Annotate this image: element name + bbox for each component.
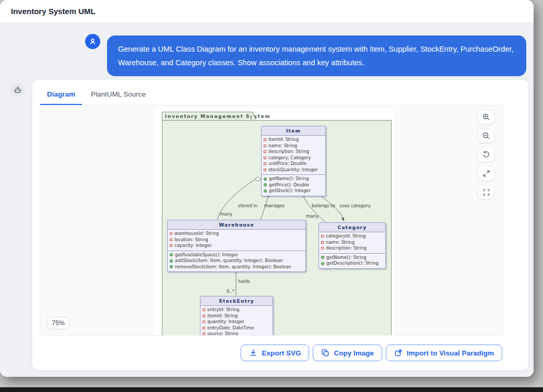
attribute-visibility-icon bbox=[203, 315, 205, 317]
fullscreen-button[interactable] bbox=[478, 185, 494, 199]
title-bar: Inventory System UML bbox=[0, 0, 534, 23]
member-text: name: String bbox=[326, 240, 355, 246]
member-text: location: String bbox=[174, 237, 208, 243]
method-visibility-icon bbox=[170, 265, 173, 268]
class-name: Category bbox=[319, 223, 385, 232]
uml-class-item: ItemitemId: Stringname: Stringdescriptio… bbox=[261, 126, 326, 196]
uml-diagram: Inventory Management System bbox=[161, 111, 394, 336]
import-to-visual-paradigm-button[interactable]: Import to Visual Paradigm bbox=[386, 345, 502, 361]
zoom-in-icon bbox=[482, 113, 490, 121]
user-icon bbox=[88, 37, 97, 46]
attribute-row: stockQuantity: Integer bbox=[264, 167, 323, 173]
uml-diagram-image: Inventory Management System bbox=[154, 108, 394, 336]
zoom-in-button[interactable] bbox=[478, 110, 494, 124]
attribute-row: description: String bbox=[264, 149, 323, 155]
method-row: getName(): String bbox=[264, 176, 323, 182]
avatar bbox=[85, 34, 100, 49]
member-text: unitPrice: Double bbox=[268, 161, 306, 167]
member-text: stockQuantity: Integer bbox=[268, 167, 318, 173]
attribute-row: entryDate: DateTime bbox=[203, 325, 270, 331]
fullscreen-icon bbox=[482, 188, 490, 196]
method-visibility-icon bbox=[321, 262, 324, 265]
member-text: itemId: String bbox=[268, 137, 299, 143]
copy-image-button[interactable]: Copy Image bbox=[313, 345, 382, 361]
method-row: getDescription(): String bbox=[321, 260, 383, 267]
member-text: category: Category bbox=[268, 155, 311, 161]
member-text: quantity: Integer bbox=[207, 319, 244, 325]
class-methods: getAvailableSpace(): IntegeraddStock(ite… bbox=[168, 251, 305, 272]
attribute-row: description: String bbox=[321, 245, 383, 252]
method-row: removeStock(item: Item, quantity: Intege… bbox=[170, 264, 303, 270]
external-link-icon bbox=[394, 349, 403, 357]
method-row: addStock(item: Item, quantity: Integer):… bbox=[170, 258, 303, 264]
member-text: getName(): String bbox=[269, 176, 309, 182]
member-text: capacity: Integer bbox=[174, 243, 211, 249]
attribute-visibility-icon bbox=[264, 150, 266, 153]
attribute-visibility-icon bbox=[264, 169, 266, 171]
attribute-visibility-icon bbox=[264, 138, 266, 141]
uml-class-warehouse: WarehousewarehouseId: Stringlocation: St… bbox=[167, 220, 306, 272]
attribute-visibility-icon bbox=[321, 241, 324, 244]
member-text: warehouseId: String bbox=[174, 231, 219, 237]
member-text: description: String bbox=[326, 245, 367, 252]
method-row: getAvailableSpace(): Integer bbox=[170, 252, 303, 258]
button-label: Copy Image bbox=[334, 349, 374, 357]
zoom-level-badge: 75% bbox=[47, 317, 69, 329]
tab-diagram[interactable]: Diagram bbox=[40, 89, 82, 105]
reset-view-button[interactable] bbox=[478, 147, 494, 162]
attribute-row: capacity: Integer bbox=[170, 243, 303, 249]
fit-view-icon bbox=[482, 170, 490, 177]
class-name: Item bbox=[262, 126, 325, 136]
attribute-visibility-icon bbox=[170, 239, 172, 241]
fit-view-button[interactable] bbox=[478, 166, 494, 181]
attribute-visibility-icon bbox=[170, 244, 172, 247]
class-name: Warehouse bbox=[168, 220, 305, 230]
method-visibility-icon bbox=[170, 253, 173, 256]
attribute-row: entryId: String bbox=[203, 307, 270, 313]
attribute-row: source: String bbox=[203, 331, 270, 336]
tab-plantuml-source[interactable]: PlantUML Source bbox=[84, 89, 152, 105]
edge-label-uses-category: uses category bbox=[339, 203, 371, 208]
class-attributes: entryId: StringitemId: Stringquantity: I… bbox=[200, 306, 273, 336]
attribute-visibility-icon bbox=[264, 157, 266, 159]
attribute-visibility-icon bbox=[203, 332, 205, 335]
screen-bottom-edge bbox=[0, 387, 543, 392]
package-title: Inventory Management System bbox=[162, 112, 252, 120]
class-methods: getName(): StringgetPrice(): DoublegetSt… bbox=[262, 174, 325, 196]
zoom-out-button[interactable] bbox=[478, 128, 494, 143]
diagram-canvas[interactable]: 75% Inventory Management System bbox=[40, 105, 503, 336]
robot-icon bbox=[14, 86, 22, 94]
method-visibility-icon bbox=[264, 183, 267, 186]
method-row: getPrice(): Double bbox=[264, 182, 323, 188]
attribute-row: name: String bbox=[264, 143, 323, 149]
method-visibility-icon bbox=[264, 189, 267, 193]
uml-class-stockentry: StockEntryentryId: StringitemId: Stringq… bbox=[200, 296, 273, 336]
zoom-controls bbox=[478, 110, 494, 199]
export-svg-button[interactable]: Export SVG bbox=[241, 345, 309, 361]
member-text: categoryId: String bbox=[326, 233, 365, 240]
attribute-row: category: Category bbox=[264, 155, 323, 161]
method-visibility-icon bbox=[264, 177, 267, 181]
user-message-bubble: Generate a UML Class Diagram for an inve… bbox=[107, 35, 526, 76]
edge-label-manages: manages bbox=[264, 203, 285, 208]
attribute-row: unitPrice: Double bbox=[264, 161, 323, 167]
member-text: itemId: String bbox=[207, 313, 238, 319]
tab-bar: DiagramPlantUML Source bbox=[32, 80, 528, 105]
app-window: Inventory System UML Generate a UML Clas… bbox=[0, 0, 534, 377]
member-text: getPrice(): Double bbox=[269, 182, 309, 188]
class-attributes: categoryId: Stringname: Stringdescriptio… bbox=[319, 232, 385, 253]
edge-label-multiplicity-holds: 0..* bbox=[227, 289, 234, 294]
member-text: addStock(item: Item, quantity: Integer):… bbox=[175, 258, 283, 264]
member-text: getAvailableSpace(): Integer bbox=[175, 252, 238, 258]
attribute-visibility-icon bbox=[203, 308, 205, 311]
zoom-out-icon bbox=[482, 132, 490, 140]
edge-label-belongs-to: belongs to bbox=[312, 203, 335, 208]
edge-label-holds: holds bbox=[238, 279, 250, 284]
class-attributes: itemId: Stringname: Stringdescription: S… bbox=[262, 136, 325, 174]
member-text: getStock(): Integer bbox=[269, 188, 311, 194]
attribute-row: quantity: Integer bbox=[203, 319, 270, 325]
member-text: description: String bbox=[268, 149, 309, 155]
method-visibility-icon bbox=[170, 259, 173, 263]
class-methods: getName(): StringgetDescription(): Strin… bbox=[319, 253, 385, 268]
method-visibility-icon bbox=[321, 256, 324, 259]
